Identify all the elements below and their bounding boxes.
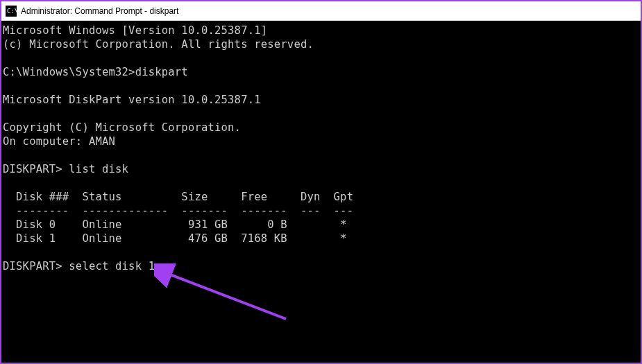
terminal-line: DISKPART> list disk — [3, 163, 128, 175]
terminal-line: -------- ------------- ------- ------- -… — [3, 205, 353, 217]
terminal-prompt-line: DISKPART> select disk 1 — [3, 260, 155, 272]
titlebar[interactable]: C:\ Administrator: Command Prompt - disk… — [1, 1, 641, 21]
terminal-line: Microsoft DiskPart version 10.0.25387.1 — [3, 94, 261, 106]
terminal-output[interactable]: Microsoft Windows [Version 10.0.25387.1]… — [1, 21, 641, 276]
terminal-line: Microsoft Windows [Version 10.0.25387.1] — [3, 24, 267, 37]
terminal-line: On computer: AMAN — [3, 135, 115, 148]
terminal-line: Disk ### Status Size Free Dyn Gpt — [3, 191, 353, 203]
terminal-line: (c) Microsoft Corporation. All rights re… — [3, 38, 314, 51]
terminal-line: Copyright (C) Microsoft Corporation. — [3, 121, 241, 134]
cursor — [155, 271, 161, 273]
svg-text:C:\: C:\ — [7, 8, 17, 15]
terminal-line: Disk 0 Online 931 GB 0 B * — [3, 218, 347, 231]
terminal-line: Disk 1 Online 476 GB 7168 KB * — [3, 232, 347, 245]
cmd-icon: C:\ — [6, 6, 17, 17]
window-title: Administrator: Command Prompt - diskpart — [21, 6, 178, 16]
terminal-line: C:\Windows\System32>diskpart — [3, 66, 188, 78]
svg-line-3 — [167, 273, 286, 319]
